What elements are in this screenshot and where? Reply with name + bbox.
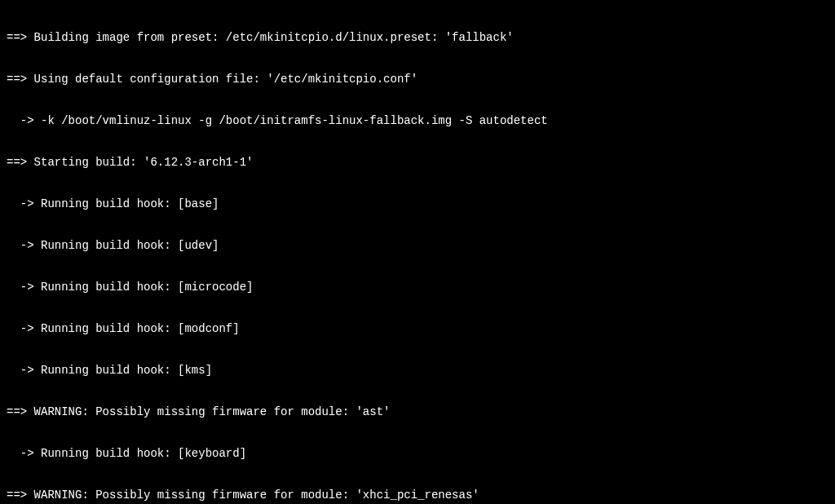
output-line: -> Running build hook: [keyboard] [7,447,828,461]
output-line: ==> Building image from preset: /etc/mki… [7,31,828,45]
output-line: -> -k /boot/vmlinuz-linux -g /boot/initr… [7,114,828,128]
output-line: -> Running build hook: [microcode] [7,281,828,294]
output-line: -> Running build hook: [udev] [7,239,828,253]
output-line: -> Running build hook: [modconf] [7,322,828,336]
output-line: ==> WARNING: Possibly missing firmware f… [7,489,828,502]
output-line: ==> Using default configuration file: '/… [7,73,828,86]
terminal-output[interactable]: ==> Building image from preset: /etc/mki… [0,0,835,504]
output-line: -> Running build hook: [base] [7,197,828,211]
output-line: ==> Starting build: '6.12.3-arch1-1' [7,156,828,170]
output-line: -> Running build hook: [kms] [7,364,828,378]
output-line: ==> WARNING: Possibly missing firmware f… [7,405,828,419]
